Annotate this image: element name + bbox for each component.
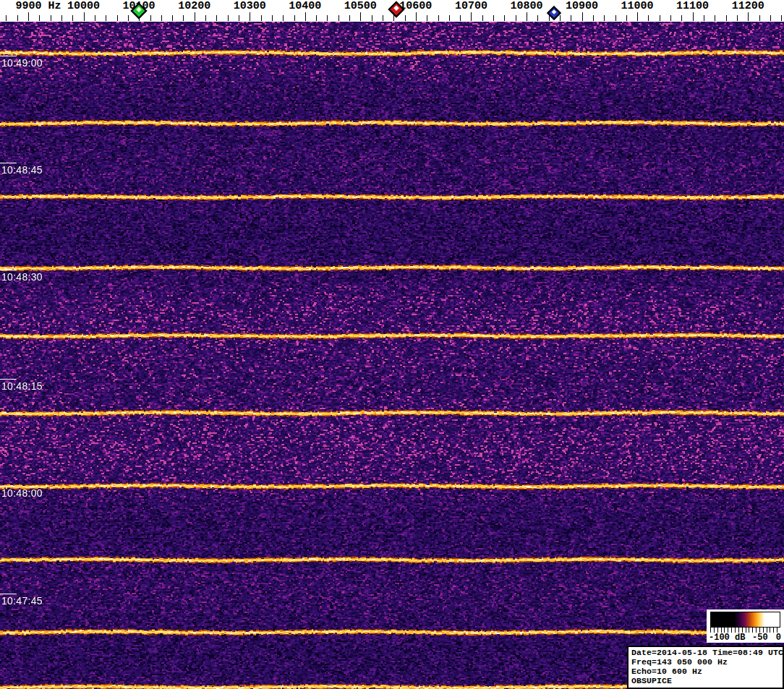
minor-tick xyxy=(161,15,162,21)
minor-tick xyxy=(51,15,51,21)
minor-tick xyxy=(681,15,682,21)
time-tick xyxy=(0,56,17,56)
major-tick xyxy=(693,12,694,21)
time-tick xyxy=(0,379,17,380)
info-frequency: Freq=143 050 000 Hz xyxy=(631,657,783,667)
minor-tick xyxy=(460,15,461,21)
frequency-label: 10900 xyxy=(566,0,598,12)
colorbar-tick-comb xyxy=(710,628,780,633)
major-tick xyxy=(416,12,417,21)
frequency-label: 10300 xyxy=(234,0,266,12)
time-label: 10:48:30 xyxy=(1,271,43,283)
minor-tick xyxy=(228,15,229,21)
minor-tick xyxy=(72,15,73,21)
minor-tick xyxy=(482,15,483,21)
time-tick xyxy=(0,486,17,487)
minor-tick xyxy=(316,15,317,21)
minor-tick xyxy=(770,15,771,21)
major-tick xyxy=(250,12,250,21)
minor-tick xyxy=(493,15,494,21)
minor-tick xyxy=(372,15,372,21)
minor-tick xyxy=(239,15,239,21)
minor-tick xyxy=(704,15,704,21)
colorbar-label-max: 0 xyxy=(776,633,781,643)
frequency-label: 11100 xyxy=(676,0,709,12)
minor-tick xyxy=(272,15,273,21)
major-tick xyxy=(28,12,29,21)
minor-tick xyxy=(726,15,727,21)
minor-tick xyxy=(504,15,505,21)
minor-tick xyxy=(39,15,40,21)
minor-tick xyxy=(327,15,328,21)
frequency-ruler[interactable]: 9900 Hz100001010010200103001040010500106… xyxy=(0,0,784,22)
minor-tick xyxy=(106,15,106,21)
minor-tick xyxy=(715,15,715,21)
frequency-label: 10200 xyxy=(178,0,210,12)
minor-tick xyxy=(626,15,627,21)
time-label: 10:49:00 xyxy=(1,57,43,69)
frequency-label: 9900 Hz xyxy=(16,0,61,12)
minor-tick xyxy=(571,15,571,21)
time-label: 10:48:15 xyxy=(1,380,43,392)
colorbar-labels: -100 dB -50 0 xyxy=(707,633,784,643)
minor-tick xyxy=(261,15,262,21)
frequency-label: 10400 xyxy=(289,0,321,12)
minor-tick xyxy=(283,15,284,21)
minor-tick xyxy=(172,15,173,21)
minor-tick xyxy=(338,15,339,21)
minor-tick xyxy=(349,15,350,21)
major-tick xyxy=(195,12,195,21)
minor-tick xyxy=(216,15,217,21)
colorbar-label-min: -100 dB xyxy=(709,633,745,643)
major-tick xyxy=(305,12,306,21)
blue-frequency-marker[interactable] xyxy=(544,3,564,23)
major-tick xyxy=(527,12,527,21)
time-label: 10:47:45 xyxy=(1,595,43,607)
major-tick xyxy=(84,12,85,21)
info-echo: Echo=10 600 Hz xyxy=(631,667,783,676)
minor-tick xyxy=(383,15,383,21)
minor-tick xyxy=(61,15,62,21)
minor-tick xyxy=(660,15,660,21)
waterfall-display[interactable] xyxy=(0,22,784,689)
major-tick xyxy=(582,12,583,21)
minor-tick xyxy=(781,15,782,21)
time-label: 10:48:45 xyxy=(1,164,43,176)
minor-tick xyxy=(117,15,118,21)
minor-tick xyxy=(648,15,649,21)
amplitude-colorbar: -100 dB -50 0 xyxy=(707,609,784,643)
time-tick xyxy=(0,594,17,594)
minor-tick xyxy=(6,15,7,21)
major-tick xyxy=(637,12,638,21)
minor-tick xyxy=(737,15,738,21)
frequency-label: 10500 xyxy=(344,0,377,12)
minor-tick xyxy=(183,15,184,21)
major-tick xyxy=(748,12,749,21)
frequency-label: 10800 xyxy=(510,0,542,12)
minor-tick xyxy=(449,15,450,21)
frequency-label: 10700 xyxy=(455,0,487,12)
major-tick xyxy=(360,12,361,21)
info-date-time: Date=2014-05-18 Time=08:49 UTC xyxy=(631,648,783,657)
status-info-box: Date=2014-05-18 Time=08:49 UTC Freq=143 … xyxy=(627,646,784,689)
green-frequency-marker[interactable] xyxy=(129,1,149,21)
major-tick xyxy=(471,12,472,21)
frequency-label: 11200 xyxy=(732,0,764,12)
minor-tick xyxy=(294,15,295,21)
minor-tick xyxy=(205,15,206,21)
time-tick xyxy=(0,270,17,270)
minor-tick xyxy=(95,15,95,21)
info-station: OBSUPICE xyxy=(631,676,783,685)
colorbar-label-mid: -50 xyxy=(752,633,768,643)
minor-tick xyxy=(670,15,671,21)
minor-tick xyxy=(516,15,516,21)
frequency-label: 10000 xyxy=(67,0,100,12)
minor-tick xyxy=(438,15,439,21)
minor-tick xyxy=(17,15,18,21)
minor-tick xyxy=(759,15,760,21)
minor-tick xyxy=(615,15,616,21)
time-label: 10:48:00 xyxy=(1,487,43,499)
minor-tick xyxy=(427,15,427,21)
colorbar-gradient xyxy=(710,612,780,628)
red-frequency-marker[interactable] xyxy=(386,0,406,20)
